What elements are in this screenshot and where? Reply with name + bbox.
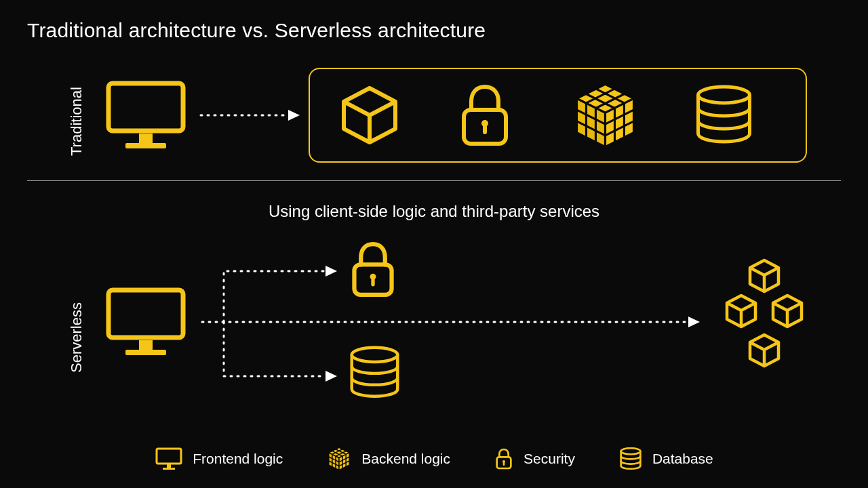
lock-icon [346, 237, 400, 302]
database-icon [346, 346, 403, 400]
svg-rect-49 [503, 462, 505, 466]
monitor-icon [102, 78, 190, 152]
lock-icon [494, 447, 514, 471]
monitor-icon [102, 285, 190, 359]
legend-frontend: Frontend logic [155, 447, 283, 471]
legend-backend: Backend logic [326, 446, 450, 472]
svg-rect-7 [483, 125, 487, 134]
section-label-serverless: Serverless [68, 271, 85, 373]
backend-cube-icon [326, 446, 352, 472]
svg-marker-27 [326, 371, 337, 382]
svg-rect-23 [125, 350, 166, 355]
legend-security: Security [494, 447, 575, 471]
legend: Frontend logic Backend logic Security [0, 446, 868, 472]
svg-rect-0 [108, 83, 183, 131]
backend-cube-icon [570, 80, 641, 151]
page-title: Traditional architecture vs. Serverless … [27, 19, 486, 42]
svg-rect-21 [108, 290, 183, 338]
svg-marker-25 [688, 317, 700, 327]
svg-rect-30 [371, 278, 374, 286]
serverless-subtitle: Using client-side logic and third-party … [0, 202, 868, 221]
legend-label: Frontend logic [193, 451, 283, 467]
section-divider [27, 180, 841, 181]
monitor-icon [155, 447, 183, 471]
database-icon [692, 85, 756, 146]
cube-icon [336, 81, 403, 149]
svg-rect-22 [139, 340, 153, 350]
legend-label: Backend logic [361, 451, 450, 467]
svg-marker-4 [288, 110, 300, 121]
lock-icon [454, 81, 515, 149]
database-icon [618, 447, 643, 470]
svg-marker-26 [326, 266, 337, 277]
cube-cluster-icon [705, 258, 821, 386]
svg-rect-32 [157, 449, 181, 464]
legend-database: Database [618, 447, 713, 470]
svg-point-50 [621, 448, 641, 454]
svg-point-31 [352, 348, 398, 362]
legend-label: Database [652, 451, 713, 467]
arrow-traditional [197, 102, 305, 129]
svg-rect-33 [167, 464, 171, 468]
svg-point-20 [698, 87, 750, 103]
svg-rect-2 [125, 143, 166, 148]
section-label-traditional: Traditional [68, 68, 85, 156]
legend-label: Security [524, 451, 575, 467]
arrows-serverless [197, 244, 719, 420]
svg-rect-34 [163, 468, 175, 470]
svg-rect-1 [139, 134, 153, 143]
